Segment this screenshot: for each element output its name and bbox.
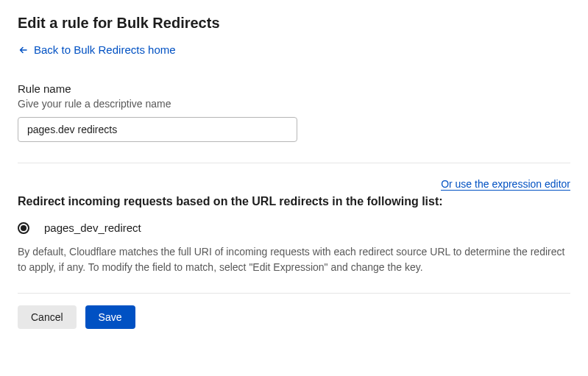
back-link[interactable]: Back to Bulk Redirects home: [18, 43, 176, 56]
footer-divider: [18, 293, 570, 294]
expression-editor-link[interactable]: Or use the expression editor: [441, 178, 570, 191]
back-link-text: Back to Bulk Redirects home: [34, 43, 176, 56]
rule-name-hint: Give your rule a descriptive name: [18, 98, 570, 110]
rule-name-input[interactable]: [18, 117, 297, 142]
redirect-description: By default, Cloudflare matches the full …: [18, 244, 570, 275]
button-row: Cancel Save: [18, 305, 570, 329]
arrow-left-icon: [18, 44, 29, 56]
divider: [18, 163, 570, 163]
cancel-button[interactable]: Cancel: [18, 305, 77, 329]
radio-button-icon: [18, 222, 29, 234]
rule-name-field: Rule name Give your rule a descriptive n…: [18, 82, 570, 142]
rule-name-label: Rule name: [18, 82, 570, 95]
page-title: Edit a rule for Bulk Redirects: [18, 15, 570, 32]
save-button[interactable]: Save: [85, 305, 135, 329]
redirect-section-heading: Redirect incoming requests based on the …: [18, 195, 570, 208]
redirect-list-label: pages_dev_redirect: [44, 221, 141, 234]
redirect-list-option[interactable]: pages_dev_redirect: [18, 221, 570, 234]
